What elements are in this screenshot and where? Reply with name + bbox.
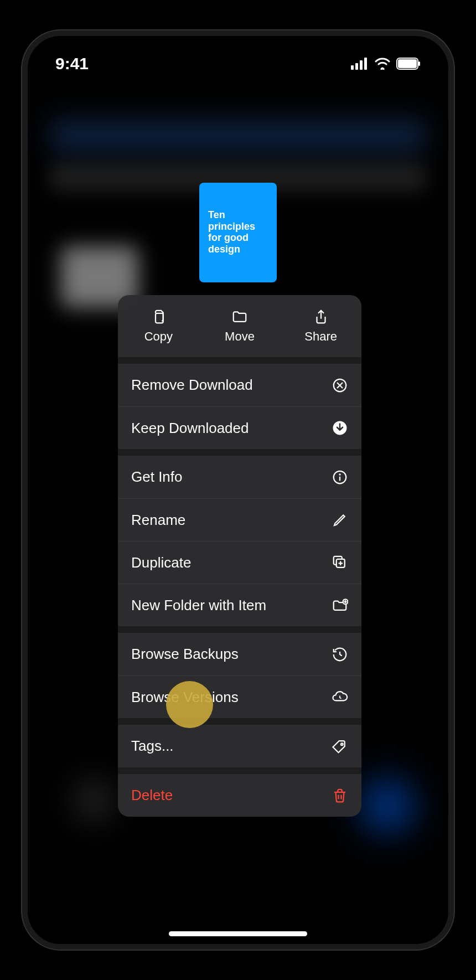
file-thumbnail[interactable]: Ten principles for good design: [199, 183, 277, 282]
tag-icon: [332, 738, 348, 755]
copy-label: Copy: [144, 329, 173, 344]
duplicate-icon: [332, 554, 348, 571]
history-icon: [332, 646, 348, 663]
new-folder-label: New Folder with Item: [131, 597, 266, 614]
phone-frame: 9:41 Ten principles for good design Copy…: [22, 30, 454, 950]
folder-plus-icon: [332, 597, 348, 613]
move-button[interactable]: Move: [199, 295, 281, 357]
svg-rect-1: [355, 63, 358, 70]
folder-icon: [231, 308, 248, 325]
get-info-label: Get Info: [131, 468, 183, 486]
trash-icon: [332, 787, 348, 804]
duplicate-label: Duplicate: [131, 554, 191, 571]
remove-icon: [332, 377, 348, 394]
browse-backups-label: Browse Backups: [131, 646, 239, 663]
browse-backups-item[interactable]: Browse Backups: [118, 633, 361, 675]
keep-downloaded-label: Keep Downloaded: [131, 420, 249, 437]
keep-downloaded-item[interactable]: Keep Downloaded: [118, 406, 361, 449]
copy-icon: [150, 308, 167, 325]
svg-rect-7: [156, 313, 163, 323]
status-bar: 9:41: [28, 50, 448, 78]
svg-rect-2: [360, 60, 363, 70]
cloud-history-icon: [332, 689, 348, 705]
svg-point-11: [339, 474, 340, 474]
move-label: Move: [225, 329, 255, 344]
file-thumbnail-title: Ten principles for good design: [208, 209, 268, 255]
share-button[interactable]: Share: [280, 295, 361, 357]
wifi-icon: [374, 58, 391, 70]
share-icon: [313, 308, 329, 325]
info-icon: [332, 469, 348, 486]
svg-rect-0: [351, 65, 354, 70]
remove-download-label: Remove Download: [131, 376, 253, 394]
context-menu-top-actions: Copy Move Share: [118, 295, 361, 357]
status-time: 9:41: [55, 54, 89, 73]
tags-item[interactable]: Tags...: [118, 725, 361, 767]
svg-rect-6: [418, 61, 420, 66]
remove-download-item[interactable]: Remove Download: [118, 364, 361, 406]
svg-rect-3: [364, 58, 367, 70]
duplicate-item[interactable]: Duplicate: [118, 541, 361, 584]
download-filled-icon: [332, 420, 348, 436]
pencil-icon: [332, 512, 348, 528]
copy-button[interactable]: Copy: [118, 295, 199, 357]
get-info-item[interactable]: Get Info: [118, 456, 361, 498]
new-folder-item[interactable]: New Folder with Item: [118, 584, 361, 626]
tags-label: Tags...: [131, 737, 174, 755]
rename-label: Rename: [131, 512, 185, 529]
browse-versions-item[interactable]: Browse Versions: [118, 675, 361, 718]
delete-item[interactable]: Delete: [118, 774, 361, 817]
share-label: Share: [304, 329, 337, 344]
context-menu: Copy Move Share Remove Download Keep Dow…: [118, 295, 361, 817]
svg-point-14: [341, 743, 343, 745]
rename-item[interactable]: Rename: [118, 498, 361, 541]
cellular-signal-icon: [351, 58, 369, 70]
tap-indicator: [166, 681, 213, 728]
svg-rect-5: [398, 59, 417, 68]
battery-icon: [396, 58, 421, 70]
home-indicator[interactable]: [169, 931, 307, 936]
delete-label: Delete: [131, 787, 173, 804]
status-icons: [351, 58, 421, 70]
